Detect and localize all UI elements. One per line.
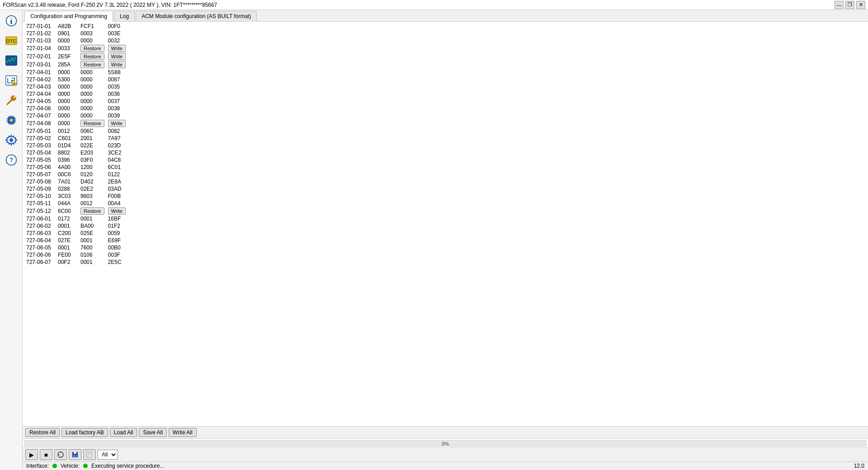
sidebar-item-dtc[interactable]: DTC xyxy=(2,32,20,50)
row-val3: 04C8 xyxy=(106,156,129,164)
row-val2: 006C xyxy=(79,127,106,135)
row-id: 727-02-01 xyxy=(24,52,56,61)
row-val1: 0001 xyxy=(56,244,79,251)
sidebar-item-help[interactable]: ? xyxy=(2,151,20,169)
table-row: 727-05-087A01D4022E8A xyxy=(24,178,129,185)
row-id: 727-05-12 xyxy=(24,207,56,215)
row-val3: 01F2 xyxy=(106,222,129,230)
row-val3: 7A97 xyxy=(106,135,129,142)
svg-rect-13 xyxy=(6,122,8,122)
controls-bar: ▶ ■ All xyxy=(23,447,868,461)
restore-button[interactable]: Restore xyxy=(80,61,104,68)
main-content: Configuration and Programming Log ACM Mo… xyxy=(23,10,868,470)
row-val1: 7A01 xyxy=(56,178,79,185)
write-button[interactable]: Write xyxy=(108,45,126,52)
table-row: 727-05-126C00RestoreWrite xyxy=(24,207,129,215)
write-button[interactable]: Write xyxy=(108,207,126,215)
close-button[interactable]: ✕ xyxy=(856,1,865,9)
stop-button[interactable]: ■ xyxy=(40,449,52,460)
row-val3: 003F xyxy=(106,251,129,258)
app-body: DTC ✓ xyxy=(0,10,868,470)
interface-indicator xyxy=(52,464,57,468)
table-row: 727-05-0301D4022E023D xyxy=(24,142,129,149)
row-restore-cell: Restore xyxy=(79,44,106,52)
row-id: 727-06-02 xyxy=(24,222,56,230)
row-val1: 0012 xyxy=(56,127,79,135)
tab-acm[interactable]: ACM Module configuration (AS BUILT forma… xyxy=(136,11,257,21)
table-row: 727-01-0209010003003E xyxy=(24,30,129,37)
sidebar-item-live[interactable] xyxy=(2,52,20,70)
play-button[interactable]: ▶ xyxy=(25,449,38,460)
row-val3: 0082 xyxy=(106,127,129,135)
save-button[interactable] xyxy=(69,449,81,460)
row-restore-cell: Restore xyxy=(79,207,106,215)
table-row: 727-04-080000RestoreWrite xyxy=(24,119,129,127)
data-area[interactable]: 727-01-01A82BFCF100F0727-01-020901000300… xyxy=(23,22,868,426)
row-val3: 0035 xyxy=(106,83,129,90)
row-id: 727-04-03 xyxy=(24,83,56,90)
app-title: FORScan v2.3.48 release, Ford F-250 2V 7… xyxy=(3,2,217,8)
row-val2: 0000 xyxy=(79,98,106,105)
sidebar-item-service[interactable]: ✓ xyxy=(2,71,20,89)
table-row: 727-02-012E5FRestoreWrite xyxy=(24,52,129,61)
refresh-button[interactable] xyxy=(54,449,67,460)
export-button[interactable] xyxy=(83,449,96,460)
filter-dropdown[interactable]: All xyxy=(98,450,118,460)
restore-button[interactable]: Restore xyxy=(80,53,104,60)
svg-text:✓: ✓ xyxy=(13,83,15,86)
row-val2: 0003 xyxy=(79,30,106,37)
row-val1: A82B xyxy=(56,23,79,30)
load-all-button[interactable]: Load All xyxy=(110,428,137,437)
row-val3: 16BF xyxy=(106,215,129,222)
write-button[interactable]: Write xyxy=(108,120,126,127)
sidebar-item-info[interactable] xyxy=(2,12,20,30)
row-val1: 3C03 xyxy=(56,193,79,200)
write-all-button[interactable]: Write All xyxy=(169,428,197,437)
progress-label: 0% xyxy=(25,441,866,447)
sidebar-item-settings[interactable] xyxy=(2,131,20,149)
table-row: 727-06-06FE000106003F xyxy=(24,251,129,258)
row-id: 727-04-06 xyxy=(24,105,56,112)
table-row: 727-05-09028802E203AD xyxy=(24,185,129,193)
table-row: 727-06-0700F200012E5C xyxy=(24,258,129,266)
row-val2: 0000 xyxy=(79,90,106,98)
row-restore-cell: Restore xyxy=(79,119,106,127)
config-table: 727-01-01A82BFCF100F0727-01-020901000300… xyxy=(24,23,129,266)
row-val2: 0001 xyxy=(79,237,106,244)
row-val2: 025E xyxy=(79,230,106,237)
save-all-button[interactable]: Save All xyxy=(139,428,166,437)
row-val3: 00B0 xyxy=(106,244,129,251)
svg-point-23 xyxy=(9,119,13,122)
sidebar: DTC ✓ xyxy=(0,10,23,470)
svg-point-1 xyxy=(10,18,12,19)
row-val1: 0000 xyxy=(56,105,79,112)
status-message: Executing service procedure... xyxy=(91,463,164,469)
sidebar-item-module[interactable] xyxy=(2,111,20,129)
row-val1: 00F2 xyxy=(56,258,79,266)
restore-button[interactable]: Restore xyxy=(80,207,104,215)
table-row: 727-05-0700C601200122 xyxy=(24,171,129,178)
row-val3: 0036 xyxy=(106,90,129,98)
write-button[interactable]: Write xyxy=(108,61,126,68)
row-val2: 0120 xyxy=(79,171,106,178)
row-val2: 0012 xyxy=(79,200,106,207)
restore-all-button[interactable]: Restore All xyxy=(25,428,60,437)
row-val1: 027E xyxy=(56,237,79,244)
row-val3: 2E8A xyxy=(106,178,129,185)
restore-button[interactable]: Restore xyxy=(80,120,104,127)
progress-bar-container: 0% xyxy=(24,440,866,446)
tab-log[interactable]: Log xyxy=(114,11,135,21)
row-restore-cell: Restore xyxy=(79,61,106,69)
load-factory-ab-button[interactable]: Load factory AB xyxy=(61,428,108,437)
status-bar: Interface: Vehicle: Executing service pr… xyxy=(23,461,868,470)
restore-button[interactable]: ❐ xyxy=(845,1,854,9)
tab-config[interactable]: Configuration and Programming xyxy=(24,11,113,22)
minimize-button[interactable]: — xyxy=(835,1,844,9)
row-val2: 0000 xyxy=(79,105,106,112)
write-button[interactable]: Write xyxy=(108,53,126,60)
restore-button[interactable]: Restore xyxy=(80,45,104,52)
row-val1: C601 xyxy=(56,135,79,142)
sidebar-item-wrench[interactable] xyxy=(2,91,20,109)
row-val1: 0033 xyxy=(56,44,79,52)
row-write-cell: Write xyxy=(106,207,129,215)
